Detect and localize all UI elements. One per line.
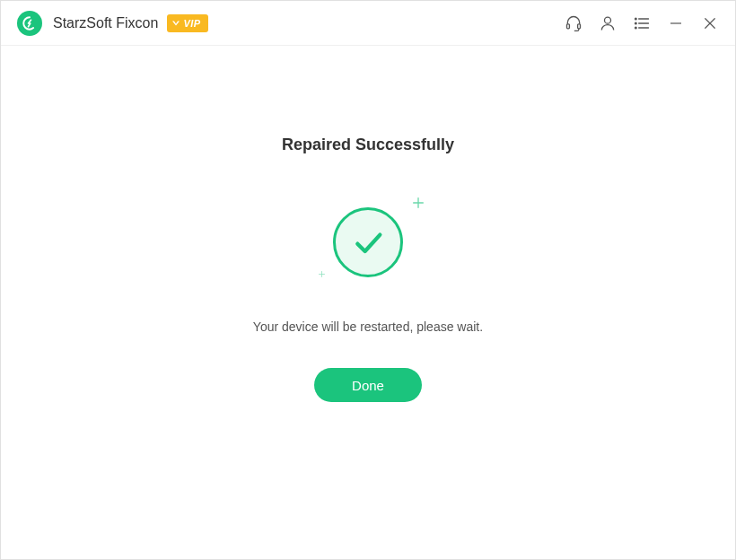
titlebar-controls [565,14,719,32]
app-logo-icon [17,11,42,36]
close-button[interactable] [701,14,719,32]
vip-label: VIP [183,18,200,29]
done-button[interactable]: Done [314,368,422,402]
success-graphic [314,197,422,287]
user-account-icon[interactable] [599,14,617,32]
svg-rect-0 [567,23,570,28]
support-headset-icon[interactable] [565,14,583,32]
app-window: StarzSoft Fixcon VIP [0,0,736,560]
menu-list-icon[interactable] [633,14,651,32]
status-message: Your device will be restarted, please wa… [253,319,483,334]
sparkle-plus-icon [411,196,425,214]
svg-point-3 [635,18,637,20]
titlebar: StarzSoft Fixcon VIP [1,1,735,46]
svg-rect-1 [578,23,581,28]
minimize-button[interactable] [667,14,685,32]
sparkle-plus-small-icon [318,266,326,282]
svg-point-7 [635,27,637,29]
app-title: StarzSoft Fixcon [53,15,158,31]
main-content: Repaired Successfully Your device [1,46,735,559]
success-checkmark-icon [333,207,403,277]
vip-badge: VIP [167,14,207,32]
svg-point-2 [605,17,611,23]
status-title: Repaired Successfully [282,136,454,154]
svg-point-5 [635,22,637,24]
